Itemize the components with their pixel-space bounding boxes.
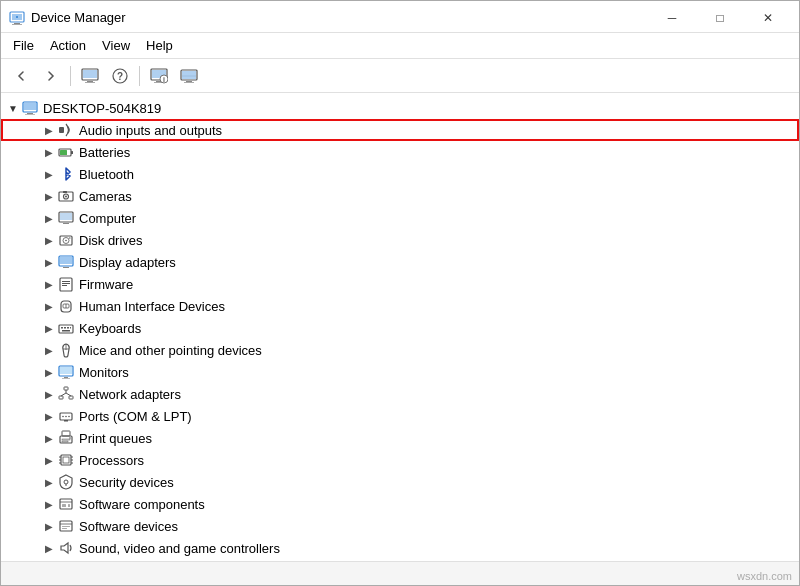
watermark: wsxdn.com xyxy=(737,570,792,582)
svg-rect-62 xyxy=(62,378,70,379)
toolbar-separator-1 xyxy=(70,66,71,86)
svg-point-71 xyxy=(65,416,67,418)
tree-item-bluetooth[interactable]: ▶ Bluetooth xyxy=(1,163,799,185)
svg-rect-29 xyxy=(71,151,73,154)
batteries-icon xyxy=(57,143,75,161)
display-icon xyxy=(57,253,75,271)
svg-rect-42 xyxy=(60,257,72,264)
close-button[interactable]: ✕ xyxy=(745,6,791,30)
display-button[interactable] xyxy=(175,63,203,89)
tree-item-software-devices[interactable]: ▶ Software devices xyxy=(1,515,799,537)
mice-expand-arrow[interactable]: ▶ xyxy=(41,342,57,358)
tree-item-software-components[interactable]: ▶ Software components xyxy=(1,493,799,515)
tree-item-audio[interactable]: ▶ Audio inputs and outputs xyxy=(1,119,799,141)
software-components-label: Software components xyxy=(79,497,205,512)
svg-rect-47 xyxy=(62,285,67,286)
menu-view[interactable]: View xyxy=(94,36,138,55)
tree-item-display[interactable]: ▶ Display adapters xyxy=(1,251,799,273)
audio-label: Audio inputs and outputs xyxy=(79,123,222,138)
root-expand-arrow[interactable]: ▼ xyxy=(5,100,21,116)
svg-rect-79 xyxy=(61,455,71,465)
svg-rect-24 xyxy=(27,113,33,114)
tree-item-cameras[interactable]: ▶ Cameras xyxy=(1,185,799,207)
tree-item-storage[interactable]: ▶ Storage controllers xyxy=(1,559,799,561)
svg-rect-65 xyxy=(69,396,73,399)
computer-button[interactable] xyxy=(76,63,104,89)
bluetooth-expand-arrow[interactable]: ▶ xyxy=(41,166,57,182)
properties-button[interactable]: i xyxy=(145,63,173,89)
svg-rect-52 xyxy=(61,327,63,329)
ports-icon xyxy=(57,407,75,425)
svg-rect-76 xyxy=(62,439,70,440)
forward-button[interactable] xyxy=(37,63,65,89)
tree-item-network[interactable]: ▶ Network adapters xyxy=(1,383,799,405)
display-expand-arrow[interactable]: ▶ xyxy=(41,254,57,270)
processors-icon xyxy=(57,451,75,469)
tree-item-sound[interactable]: ▶ Sound, video and game controllers xyxy=(1,537,799,559)
sound-expand-arrow[interactable]: ▶ xyxy=(41,540,57,556)
svg-rect-33 xyxy=(63,191,67,193)
svg-rect-3 xyxy=(12,24,22,25)
batteries-expand-arrow[interactable]: ▶ xyxy=(41,144,57,160)
network-expand-arrow[interactable]: ▶ xyxy=(41,386,57,402)
tree-item-print[interactable]: ▶ Print queues xyxy=(1,427,799,449)
tree-item-ports[interactable]: ▶ Ports (COM & LPT) xyxy=(1,405,799,427)
firmware-expand-arrow[interactable]: ▶ xyxy=(41,276,57,292)
disk-icon xyxy=(57,231,75,249)
tree-item-batteries[interactable]: ▶ Batteries xyxy=(1,141,799,163)
minimize-button[interactable]: ─ xyxy=(649,6,695,30)
hid-label: Human Interface Devices xyxy=(79,299,225,314)
svg-text:i: i xyxy=(163,75,165,82)
svg-rect-18 xyxy=(182,71,196,79)
tree-item-firmware[interactable]: ▶ Firmware xyxy=(1,273,799,295)
help-button[interactable]: ? xyxy=(106,63,134,89)
svg-rect-60 xyxy=(60,367,72,374)
root-node[interactable]: ▼ DESKTOP-504K819 xyxy=(1,97,799,119)
disk-label: Disk drives xyxy=(79,233,143,248)
tree-item-keyboards[interactable]: ▶ Keyboards xyxy=(1,317,799,339)
tree-item-mice[interactable]: ▶ Mice and other pointing devices xyxy=(1,339,799,361)
status-bar xyxy=(1,561,799,585)
audio-expand-arrow[interactable]: ▶ xyxy=(41,122,57,138)
keyboards-expand-arrow[interactable]: ▶ xyxy=(41,320,57,336)
mice-icon xyxy=(57,341,75,359)
svg-rect-92 xyxy=(68,504,70,507)
mice-label: Mice and other pointing devices xyxy=(79,343,262,358)
sound-icon xyxy=(57,539,75,557)
menu-help[interactable]: Help xyxy=(138,36,181,55)
software-devices-expand-arrow[interactable]: ▶ xyxy=(41,518,57,534)
print-expand-arrow[interactable]: ▶ xyxy=(41,430,57,446)
svg-point-32 xyxy=(65,196,67,198)
audio-icon xyxy=(57,121,75,139)
svg-rect-89 xyxy=(60,499,72,509)
batteries-label: Batteries xyxy=(79,145,130,160)
software-components-expand-arrow[interactable]: ▶ xyxy=(41,496,57,512)
security-expand-arrow[interactable]: ▶ xyxy=(41,474,57,490)
firmware-icon xyxy=(57,275,75,293)
cameras-expand-arrow[interactable]: ▶ xyxy=(41,188,57,204)
title-bar-controls: ─ □ ✕ xyxy=(649,6,791,30)
ports-expand-arrow[interactable]: ▶ xyxy=(41,408,57,424)
menu-action[interactable]: Action xyxy=(42,36,94,55)
tree-item-security[interactable]: ▶ Security devices xyxy=(1,471,799,493)
maximize-button[interactable]: □ xyxy=(697,6,743,30)
cameras-label: Cameras xyxy=(79,189,132,204)
hid-expand-arrow[interactable]: ▶ xyxy=(41,298,57,314)
svg-line-67 xyxy=(61,393,66,396)
back-button[interactable] xyxy=(7,63,35,89)
device-tree[interactable]: ▼ DESKTOP-504K819 ▶ Audio xyxy=(1,93,799,561)
menu-file[interactable]: File xyxy=(5,36,42,55)
computer-expand-arrow[interactable]: ▶ xyxy=(41,210,57,226)
tree-item-processors[interactable]: ▶ Processors xyxy=(1,449,799,471)
disk-expand-arrow[interactable]: ▶ xyxy=(41,232,57,248)
monitors-expand-arrow[interactable]: ▶ xyxy=(41,364,57,380)
svg-rect-75 xyxy=(62,431,70,436)
svg-rect-55 xyxy=(70,327,71,329)
processors-expand-arrow[interactable]: ▶ xyxy=(41,452,57,468)
svg-point-78 xyxy=(69,437,71,439)
tree-item-disk[interactable]: ▶ Disk drives xyxy=(1,229,799,251)
tree-item-computer[interactable]: ▶ Computer xyxy=(1,207,799,229)
toolbar-separator-2 xyxy=(139,66,140,86)
tree-item-monitors[interactable]: ▶ Monitors xyxy=(1,361,799,383)
tree-item-hid[interactable]: ▶ Human Interface Devices xyxy=(1,295,799,317)
